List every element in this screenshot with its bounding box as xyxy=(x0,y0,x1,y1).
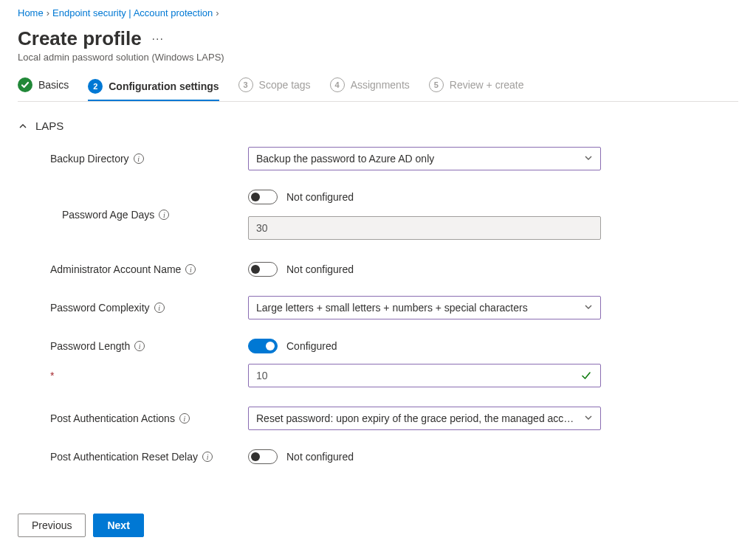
info-icon[interactable]: i xyxy=(154,303,165,313)
password-length-input[interactable]: 10 xyxy=(248,364,601,387)
password-length-toggle[interactable] xyxy=(248,339,278,353)
info-icon[interactable]: i xyxy=(134,153,144,164)
step-label: Scope tags xyxy=(259,79,311,91)
backup-directory-select[interactable]: Backup the password to Azure AD only xyxy=(248,147,601,170)
chevron-down-icon xyxy=(584,153,593,165)
password-complexity-label: Password Complexity xyxy=(50,302,150,314)
breadcrumb-home[interactable]: Home xyxy=(18,7,44,18)
chevron-down-icon xyxy=(584,412,593,424)
toggle-state-label: Configured xyxy=(286,340,337,352)
step-review-create[interactable]: 5 Review + create xyxy=(429,77,524,95)
checkmark-icon xyxy=(581,367,591,384)
section-laps-toggle[interactable]: LAPS xyxy=(18,120,738,132)
wizard-steps: Basics 2 Configuration settings 3 Scope … xyxy=(18,77,738,102)
chevron-up-icon xyxy=(18,121,28,131)
check-circle-icon xyxy=(18,77,32,92)
post-auth-reset-delay-toggle[interactable] xyxy=(248,449,278,464)
step-assignments[interactable]: 4 Assignments xyxy=(330,77,410,95)
page-subtitle: Local admin password solution (Windows L… xyxy=(18,52,738,63)
toggle-state-label: Not configured xyxy=(286,191,354,203)
chevron-down-icon xyxy=(584,302,593,314)
breadcrumb-endpoint-security[interactable]: Endpoint security | Account protection xyxy=(52,7,213,18)
more-actions-button[interactable]: ··· xyxy=(148,32,168,46)
post-auth-actions-label: Post Authentication Actions xyxy=(50,412,175,424)
step-label: Configuration settings xyxy=(109,80,219,92)
required-indicator: * xyxy=(50,370,54,381)
password-age-days-toggle[interactable] xyxy=(248,190,278,204)
step-number-icon: 3 xyxy=(238,77,253,92)
admin-account-name-label: Administrator Account Name xyxy=(50,263,181,275)
step-number-icon: 2 xyxy=(88,79,103,94)
step-label: Basics xyxy=(38,79,69,91)
breadcrumb: Home › Endpoint security | Account prote… xyxy=(18,7,738,18)
step-number-icon: 4 xyxy=(330,77,345,92)
step-number-icon: 5 xyxy=(429,77,444,92)
password-age-days-label: Password Age Days xyxy=(62,209,154,221)
post-auth-reset-delay-label: Post Authentication Reset Delay xyxy=(50,451,198,463)
step-config-settings[interactable]: 2 Configuration settings xyxy=(88,79,219,101)
section-title: LAPS xyxy=(35,120,63,132)
backup-directory-label: Backup Directory xyxy=(50,153,129,165)
toggle-state-label: Not configured xyxy=(286,451,354,463)
step-basics[interactable]: Basics xyxy=(18,77,69,95)
toggle-state-label: Not configured xyxy=(286,263,354,275)
page-title: Create profile xyxy=(18,27,142,50)
password-age-days-input[interactable]: 30 xyxy=(248,216,601,240)
info-icon[interactable]: i xyxy=(159,210,169,220)
password-complexity-select[interactable]: Large letters + small letters + numbers … xyxy=(248,296,601,319)
password-length-label: Password Length xyxy=(50,340,130,352)
step-label: Review + create xyxy=(450,79,524,91)
step-scope-tags[interactable]: 3 Scope tags xyxy=(238,77,311,95)
chevron-right-icon: › xyxy=(216,7,219,18)
info-icon[interactable]: i xyxy=(202,452,213,462)
post-auth-actions-select[interactable]: Reset password: upon expiry of the grace… xyxy=(248,407,601,430)
step-label: Assignments xyxy=(351,79,410,91)
info-icon[interactable]: i xyxy=(185,264,196,274)
info-icon[interactable]: i xyxy=(134,341,145,351)
info-icon[interactable]: i xyxy=(179,413,190,424)
admin-account-name-toggle[interactable] xyxy=(248,262,278,277)
chevron-right-icon: › xyxy=(47,7,49,18)
